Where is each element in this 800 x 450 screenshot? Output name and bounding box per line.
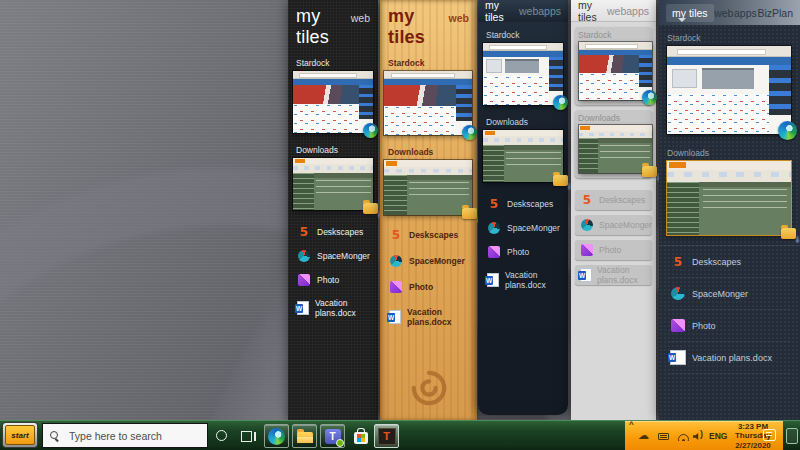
tab-my-tiles[interactable]: my tiles — [666, 4, 714, 22]
tab-web[interactable]: web — [449, 12, 469, 24]
downloads-folder-thumbnail[interactable] — [384, 160, 472, 215]
shortcut-vacation-doc[interactable]: Vacation plans.docx — [669, 342, 790, 374]
spacemonger-icon — [671, 287, 685, 300]
tab-bizplan[interactable]: BizPlan — [757, 7, 793, 19]
stardock-webpage-thumbnail[interactable] — [667, 46, 791, 134]
task-view-button[interactable] — [241, 431, 256, 442]
panel-header: my tiles web — [380, 0, 477, 50]
taskbar-app-edge[interactable] — [264, 424, 289, 448]
download-folder-badge-icon — [462, 208, 477, 219]
shortcut-label: Vacation plans.docx — [407, 307, 477, 327]
shortcut-label: Vacation plans.docx — [597, 265, 652, 285]
cortana-button[interactable] — [216, 430, 227, 441]
shortcut-vacation-doc[interactable]: Vacation plans.docx — [298, 298, 378, 318]
panel-title: my tiles — [296, 6, 351, 48]
downloads-folder-thumbnail[interactable] — [579, 125, 652, 173]
tab-web[interactable]: web — [714, 7, 733, 19]
taskbar-search[interactable] — [42, 423, 208, 448]
shortcut-label: Deskscapes — [599, 195, 645, 205]
groupy-logo-block — [486, 59, 502, 73]
taskbar-app-file-explorer[interactable] — [292, 424, 317, 448]
spacemonger-icon — [298, 250, 310, 262]
language-indicator[interactable]: ENG — [709, 431, 727, 441]
tab-my-tiles[interactable]: my tiles — [578, 0, 607, 23]
shortcut-label: SpaceMonger — [599, 220, 652, 230]
desktop: my tiles web Stardock Downloads Deskscap… — [0, 0, 800, 450]
tab-apps[interactable]: apps — [626, 5, 649, 17]
stardock-webpage-thumbnail[interactable] — [579, 42, 652, 100]
deskscapes-icon — [390, 229, 402, 241]
shortcut-vacation-doc[interactable]: Vacation plans.docx — [488, 270, 568, 290]
explorer-titlebar — [384, 160, 472, 167]
onedrive-cloud-icon[interactable]: ☁ — [638, 429, 649, 443]
touch-keyboard-icon[interactable] — [658, 433, 669, 440]
shortcut-vacation-doc[interactable]: Vacation plans.docx — [575, 265, 652, 285]
shortcut-spacemonger[interactable]: SpaceMonger — [669, 278, 790, 310]
shortcut-spacemonger[interactable]: SpaceMonger — [390, 255, 477, 267]
taskbar-app-store[interactable] — [348, 424, 373, 448]
browser-sidebar — [639, 55, 652, 87]
downloads-folder-thumbnail[interactable] — [483, 130, 563, 182]
stardock-webpage-thumbnail[interactable] — [293, 71, 373, 133]
taskbar: start T ^ ☁ ENG 3:23 PM Thursday 2/27/20… — [0, 420, 800, 450]
start-button[interactable]: start — [3, 423, 37, 447]
explorer-ribbon — [384, 167, 472, 176]
shortcut-photo[interactable]: Photo — [298, 274, 378, 286]
search-input[interactable] — [67, 429, 192, 443]
explorer-sidebar — [667, 182, 699, 235]
shortcut-spacemonger[interactable]: SpaceMonger — [298, 250, 378, 262]
shortcut-deskscapes[interactable]: Deskscapes — [669, 246, 790, 278]
shortcut-spacemonger[interactable]: SpaceMonger — [488, 222, 568, 234]
browser-body — [293, 104, 359, 133]
tab-apps[interactable]: apps — [734, 7, 757, 19]
tray-overflow-chevron[interactable]: ^ — [629, 420, 634, 429]
shortcut-deskscapes[interactable]: Deskscapes — [488, 198, 568, 210]
shortcut-label: Deskscapes — [409, 230, 458, 240]
browser-chrome — [667, 46, 791, 57]
tab-web[interactable]: web — [351, 12, 370, 24]
word-doc-icon — [298, 302, 308, 314]
explorer-sidebar — [293, 173, 314, 210]
shortcut-vacation-doc[interactable]: Vacation plans.docx — [390, 307, 477, 327]
shortcut-photo[interactable]: Photo — [669, 310, 790, 342]
shortcut-spacemonger[interactable]: SpaceMonger — [575, 215, 652, 235]
show-desktop-button[interactable] — [786, 428, 798, 444]
shortcut-deskscapes[interactable]: Deskscapes — [298, 226, 378, 238]
shortcut-label: SpaceMonger — [409, 256, 465, 266]
tab-web[interactable]: web — [519, 5, 538, 17]
tab-web[interactable]: web — [607, 5, 626, 17]
shortcut-deskscapes[interactable]: Deskscapes — [575, 190, 652, 210]
shortcut-photo[interactable]: Photo — [390, 281, 477, 293]
shortcut-label: Deskscapes — [507, 199, 553, 209]
group-label-stardock: Stardock — [578, 30, 652, 40]
shortcut-photo[interactable]: Photo — [488, 246, 568, 258]
tiles-panel-steel: my tiles web apps BizPlan Stardock Downl… — [659, 0, 800, 420]
group-tile-stardock[interactable]: Stardock — [575, 27, 652, 105]
groupy-logo-block — [672, 69, 697, 88]
explorer-sidebar — [579, 138, 598, 173]
tab-my-tiles[interactable]: my tiles — [485, 0, 519, 23]
browser-sidebar — [456, 85, 472, 121]
edge-icon — [268, 428, 285, 445]
stardock-webpage-thumbnail[interactable] — [384, 71, 472, 135]
taskbar-app-tiles[interactable] — [374, 424, 399, 448]
stardock-webpage-thumbnail[interactable] — [483, 43, 563, 105]
group-tile-downloads[interactable]: Downloads — [575, 110, 652, 178]
system-tray: ^ ☁ ENG 3:23 PM Thursday 2/27/2020 — [625, 421, 783, 450]
wifi-icon[interactable] — [677, 432, 689, 441]
downloads-folder-thumbnail[interactable] — [667, 161, 791, 235]
download-folder-badge-icon — [363, 203, 378, 214]
downloads-folder-thumbnail[interactable] — [293, 158, 373, 210]
shortcut-deskscapes[interactable]: Deskscapes — [390, 229, 477, 241]
edge-badge-icon — [778, 121, 797, 140]
taskbar-app-teams[interactable]: T — [320, 424, 345, 448]
volume-icon[interactable] — [693, 432, 705, 441]
shortcut-label: Photo — [317, 275, 339, 285]
photo-icon — [488, 246, 500, 258]
shortcut-label: Photo — [409, 282, 433, 292]
action-center-icon[interactable] — [763, 429, 776, 441]
panel-tabs: my tiles web apps — [478, 0, 568, 22]
spacemonger-icon — [488, 222, 500, 234]
tab-apps[interactable]: apps — [538, 5, 561, 17]
shortcut-photo[interactable]: Photo — [575, 240, 652, 260]
